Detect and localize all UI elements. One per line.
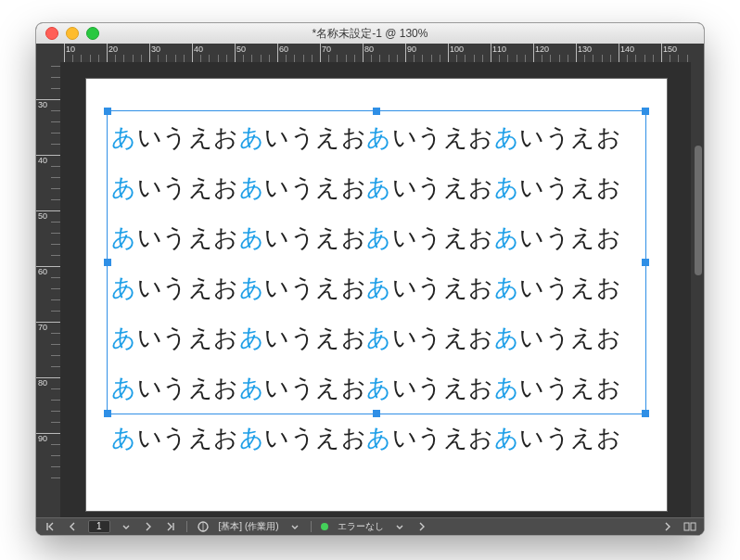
scrollbar-thumb-vertical[interactable]: [695, 146, 702, 275]
workspace: 102030405060708090100110120130140150 203…: [36, 44, 704, 518]
statusbar: 1 [基本] (作業用) エラーなし: [36, 517, 704, 535]
app-window: *名称未設定-1 @ 130% 102030405060708090100110…: [35, 22, 705, 536]
preflight-status-label[interactable]: エラーなし: [338, 520, 384, 533]
ruler-vertical[interactable]: 2030405060708090: [36, 62, 61, 518]
layout-dropdown[interactable]: [288, 520, 301, 533]
preflight-dropdown[interactable]: [393, 520, 406, 533]
ruler-horizontal[interactable]: 102030405060708090100110120130140150: [60, 44, 691, 63]
preflight-menu[interactable]: [415, 520, 428, 533]
svg-rect-1: [684, 523, 689, 530]
last-page-button[interactable]: [164, 520, 177, 533]
first-page-button[interactable]: [44, 520, 57, 533]
layout-name[interactable]: [基本] (作業用): [219, 520, 279, 533]
resize-handle-bottom-right[interactable]: [642, 410, 649, 417]
next-page-button[interactable]: [142, 520, 155, 533]
resize-handle-middle-right[interactable]: [642, 259, 649, 266]
screen-mode-button[interactable]: [683, 520, 696, 533]
titlebar[interactable]: *名称未設定-1 @ 130%: [36, 23, 704, 45]
view-menu-button[interactable]: [661, 520, 674, 533]
resize-handle-middle-left[interactable]: [104, 259, 111, 266]
resize-handle-top-left[interactable]: [104, 108, 111, 115]
resize-handle-top-right[interactable]: [642, 108, 649, 115]
page[interactable]: あいうえおあいうえおあいうえおあいうえおあいうえおあいうえおあいうえおあいうえお…: [86, 79, 667, 511]
canvas[interactable]: あいうえおあいうえおあいうえおあいうえおあいうえおあいうえおあいうえおあいうえお…: [60, 62, 691, 518]
text-frame-selected[interactable]: あいうえおあいうえおあいうえおあいうえおあいうえおあいうえおあいうえおあいうえお…: [107, 110, 646, 414]
master-page-icon[interactable]: [197, 520, 210, 533]
resize-handle-bottom-left[interactable]: [104, 410, 111, 417]
scrollbar-track-vertical[interactable]: [691, 44, 704, 518]
text-frame-content[interactable]: あいうえおあいうえおあいうえおあいうえおあいうえおあいうえおあいうえおあいうえお…: [111, 113, 642, 410]
prev-page-button[interactable]: [66, 520, 79, 533]
preflight-status-icon: [321, 523, 328, 530]
current-page-field[interactable]: 1: [88, 520, 110, 533]
document-title: *名称未設定-1 @ 130%: [36, 26, 704, 42]
page-dropdown[interactable]: [120, 520, 133, 533]
ruler-origin[interactable]: [36, 44, 61, 63]
svg-rect-2: [691, 523, 695, 530]
